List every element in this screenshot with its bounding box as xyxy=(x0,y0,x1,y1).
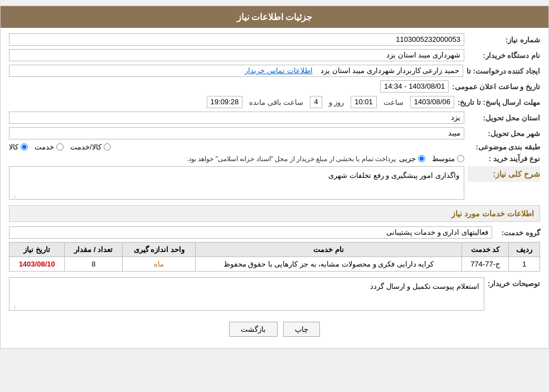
notes-resize-handle: ⟂ xyxy=(11,303,16,309)
org-name-value: شهرداری میبد استان یزد xyxy=(9,49,464,61)
creator-label: ایجاد کننده درخواست: تا xyxy=(467,67,540,75)
purchase-radio-group: متوسط جزیی xyxy=(399,154,464,163)
general-desc-box: واگذاری امور پیشگیری و رفع تخلفات شهری ⟂ xyxy=(9,166,464,200)
cell-service-name: کرایه دارایی فکری و محصولات مشابه، به جز… xyxy=(196,257,462,272)
announce-date-label: تاریخ و ساعت اعلان عمومی: xyxy=(452,83,540,91)
category-goods-option: کالا xyxy=(9,143,28,151)
response-deadline-row: مهلت ارسال پاسخ: تا تاریخ: 1403/08/06 سا… xyxy=(9,96,540,108)
response-date-time: 1403/08/06 ساعت 10:01 روز و 4 ساعت باقی … xyxy=(9,96,454,108)
col-date: تاریخ نیاز xyxy=(9,243,65,257)
cell-service-code: ج-77-774 xyxy=(461,257,509,272)
col-service-code: کد خدمت xyxy=(461,243,509,257)
category-goods-radio[interactable] xyxy=(21,143,28,151)
col-quantity: تعداد / مقدار xyxy=(65,243,123,257)
purchase-partial-option: جزیی xyxy=(399,154,425,163)
resize-handle: ⟂ xyxy=(11,192,16,198)
table-header: ردیف کد خدمت نام خدمت واحد اندازه گیری ت… xyxy=(9,243,540,257)
buyer-notes-row: توصیحات خریدار: استعلام پیوست تکمیل و ار… xyxy=(9,277,540,311)
purchase-medium-radio[interactable] xyxy=(457,155,464,162)
request-number-value: 1103005232000053 xyxy=(9,33,464,46)
general-desc-row: شرح کلی نیاز: واگذاری امور پیشگیری و رفع… xyxy=(9,166,540,200)
province-row: استان محل تحویل: یزد xyxy=(9,112,540,124)
table-body: 1 ج-77-774 کرایه دارایی فکری و محصولات م… xyxy=(9,257,540,272)
category-goods-label: کالا xyxy=(9,143,18,151)
city-row: شهر محل تحویل: میبد xyxy=(9,127,540,139)
buyer-notes-value: استعلام پیوست تکمیل و ارسال گردد xyxy=(370,282,479,291)
table-row: 1 ج-77-774 کرایه دارایی فکری و محصولات م… xyxy=(9,257,540,272)
category-goods-service-option: کالا/خدمت xyxy=(70,143,111,151)
city-value: میبد xyxy=(9,127,464,139)
request-number-row: شماره نیاز: 1103005232000053 xyxy=(9,33,540,46)
content-area: شماره نیاز: 1103005232000053 نام دستگاه … xyxy=(1,28,548,348)
category-service-option: خدمت xyxy=(35,143,64,151)
col-row-num: ردیف xyxy=(509,243,540,257)
response-time-label: ساعت xyxy=(380,97,407,108)
category-row: طبقه بندی موضوعی: کالا/خدمت خدمت کالا xyxy=(9,143,540,151)
announce-date-value: 1403/08/01 - 14:34 xyxy=(380,80,449,93)
response-remaining-label: ساعت باقی مانده xyxy=(246,97,307,108)
service-group-row: گروه خدمت: فعالیتهای اداری و خدمات پشتیب… xyxy=(9,226,540,239)
creator-row: ایجاد کننده درخواست: تا حمید زارعی کاربر… xyxy=(9,65,540,77)
category-goods-service-label: کالا/خدمت xyxy=(70,143,101,151)
print-button[interactable]: چاپ xyxy=(283,322,320,337)
purchase-type-content: متوسط جزیی پرداخت تمام یا بخشی از مبلغ خ… xyxy=(9,154,464,163)
service-group-value: فعالیتهای اداری و خدمات پشتیبانی xyxy=(9,226,492,239)
creator-text: حمید زارعی کاربردار شهرداری میبد استان ی… xyxy=(320,66,459,75)
province-label: استان محل تحویل: xyxy=(468,114,540,122)
purchase-medium-label: متوسط xyxy=(432,154,455,163)
buyer-notes-label: توصیحات خریدار: xyxy=(488,277,540,288)
page-header: جزئیات اطلاعات نیاز xyxy=(1,6,548,28)
cell-row-num: 1 xyxy=(509,257,540,272)
purchase-type-label: نوع فرآیند خرید : xyxy=(468,154,540,163)
back-button[interactable]: بازگشت xyxy=(229,322,278,337)
announce-date-row: تاریخ و ساعت اعلان عمومی: 1403/08/01 - 1… xyxy=(9,80,540,93)
cell-quantity: 8 xyxy=(65,257,123,272)
page-wrapper: جزئیات اطلاعات نیاز شماره نیاز: 11030052… xyxy=(0,6,549,349)
purchase-medium-option: متوسط xyxy=(432,154,464,163)
category-label: طبقه بندی موضوعی: xyxy=(468,143,540,151)
purchase-partial-label: جزیی xyxy=(399,154,416,163)
purchase-partial-radio[interactable] xyxy=(418,155,425,162)
category-service-radio[interactable] xyxy=(56,143,64,151)
response-deadline-label: مهلت ارسال پاسخ: تا تاریخ: xyxy=(458,98,540,107)
province-value: یزد xyxy=(9,112,464,124)
general-desc-value: واگذاری امور پیشگیری و رفع تخلفات شهری xyxy=(328,171,459,180)
response-date-value: 1403/08/06 xyxy=(410,96,454,108)
col-service-name: نام خدمت xyxy=(196,243,462,257)
creator-link[interactable]: اطلاعات تماس خریدار xyxy=(245,66,312,75)
service-group-label: گروه خدمت: xyxy=(495,229,540,237)
category-radio-group: کالا/خدمت خدمت کالا xyxy=(9,143,464,151)
purchase-note: پرداخت تمام یا بخشی از مبلغ خریدار از مح… xyxy=(187,155,396,163)
purchase-type-row: نوع فرآیند خرید : متوسط جزیی پرداخت تمام… xyxy=(9,154,540,163)
response-days-label: روز و xyxy=(325,97,348,108)
response-remaining-value: 19:09:28 xyxy=(207,96,243,108)
services-table: ردیف کد خدمت نام خدمت واحد اندازه گیری ت… xyxy=(9,242,540,272)
cell-unit: ماه xyxy=(123,257,196,272)
general-desc-content: واگذاری امور پیشگیری و رفع تخلفات شهری ⟂ xyxy=(9,166,464,200)
request-number-label: شماره نیاز: xyxy=(468,36,540,44)
cell-date: 1403/08/10 xyxy=(9,257,65,272)
org-name-row: نام دستگاه خریدار: شهرداری میبد استان یز… xyxy=(9,49,540,61)
city-label: شهر محل تحویل: xyxy=(468,129,540,138)
category-goods-service-radio[interactable] xyxy=(104,143,111,151)
services-section-title: اطلاعات خدمات مورد نیاز xyxy=(9,205,540,222)
creator-value: حمید زارعی کاربردار شهرداری میبد استان ی… xyxy=(9,65,463,77)
page-title: جزئیات اطلاعات نیاز xyxy=(237,12,313,22)
buttons-row: چاپ بازگشت xyxy=(9,316,540,342)
category-service-label: خدمت xyxy=(35,143,54,151)
buyer-notes-box: استعلام پیوست تکمیل و ارسال گردد ⟂ xyxy=(9,277,484,311)
response-time-value: 10:01 xyxy=(351,96,377,108)
general-desc-label: شرح کلی نیاز: xyxy=(468,166,540,182)
org-name-label: نام دستگاه خریدار: xyxy=(468,51,540,60)
col-unit: واحد اندازه گیری xyxy=(123,243,196,257)
response-days-value: 4 xyxy=(310,96,322,108)
